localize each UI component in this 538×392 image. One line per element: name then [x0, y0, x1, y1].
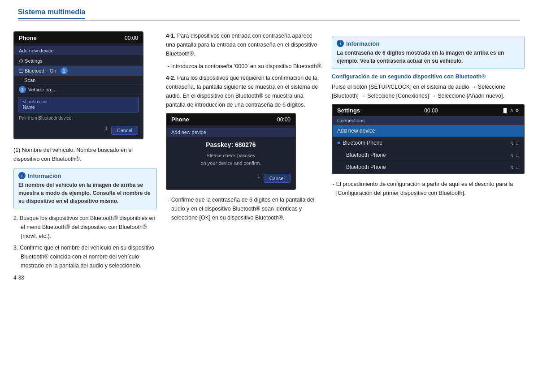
music-note-icon-2: ♫ [510, 152, 513, 158]
signal-icon: ⚙ [515, 108, 519, 113]
phone-screen-1-subheader: Add new device [14, 46, 143, 55]
bt-phone-2-icons: ♫ □ [510, 152, 519, 158]
scan-label: Scan [19, 78, 35, 83]
phone-screen-1-time: 00:00 [125, 35, 138, 41]
passkey-code: Passkey: 680276 [167, 141, 295, 148]
pair-text: Pair from Bluetooth device. [14, 114, 143, 123]
bt-phone-3-row: Bluetooth Phone [337, 164, 386, 170]
passkey-btn-row: 1 Cancel [167, 171, 295, 186]
bullet-icon-1: ■ [337, 140, 340, 146]
phone-btn-row-1: 1 Cancel [14, 123, 143, 138]
main-content: Phone 00:00 Add new device ⚙ Settings ☰ … [0, 23, 538, 285]
music-note-icon-1: ♫ [510, 140, 513, 146]
settings-item-bt-phone-2[interactable]: Bluetooth Phone ♫ □ [333, 149, 524, 161]
info-icon-right: i [337, 40, 344, 47]
vehicle-name-box: Vehicle name: Name [18, 97, 139, 112]
phone-row-bluetooth: ☰ Bluetooth On 1 [14, 66, 143, 76]
step-4-1: 4-1. Para dispositivos con entrada con c… [166, 31, 323, 58]
phone-screen-1: Phone 00:00 Add new device ⚙ Settings ☰ … [13, 31, 143, 139]
dash-right: - El procedimiento de configuración a pa… [332, 180, 525, 198]
info-box-right-text: La contraseña de 6 dígitos mostrada en l… [337, 49, 520, 65]
passkey-body: Add new device Passkey: 680276 Please ch… [167, 125, 295, 189]
passkey-check-text: Please check passkey on your device and … [167, 152, 295, 167]
list-item-3: 3. Confirme que el nombre del vehículo e… [13, 243, 157, 270]
info-box-right-header: i Información [337, 40, 520, 47]
page-number: 4-38 [13, 275, 157, 281]
step-4-1-num: 4-1. [166, 33, 176, 39]
step-4-2-text: Para los dispositivos que requieren la c… [166, 75, 318, 108]
bt-phone-1-row: ■ Bluetooth Phone [337, 140, 382, 146]
bt-phone-3-label: Bluetooth Phone [346, 164, 386, 170]
settings-screen-time: 00:00 [424, 108, 438, 114]
add-new-device-label: Add new device [337, 128, 375, 134]
device-icon-2: □ [516, 152, 519, 158]
info-icon-1: i [18, 172, 26, 179]
phone-screen-1-title: Phone [19, 34, 37, 41]
bt-phone-2-row: Bluetooth Phone [337, 152, 386, 158]
phone-screen-1-header: Phone 00:00 [14, 32, 143, 43]
phone-row-scan: Scan [14, 76, 143, 85]
passkey-screen-header: Phone 00:00 [167, 114, 295, 125]
info-box-1-title: Información [28, 172, 61, 179]
vehicle-name-value: Name [23, 105, 134, 110]
badge-2: 2 [19, 86, 26, 93]
dash-item-2: - Confirme que la contraseña de 6 dígito… [166, 195, 323, 222]
step-4-2: 4-2. Para los dispositivos que requieren… [166, 73, 323, 109]
page-header: Sistema multimedia [0, 0, 538, 21]
mid-column: 4-1. Para dispositivos con entrada con c… [166, 31, 332, 281]
settings-header-icons: ▐▌ ♫ ⚙ [502, 108, 519, 113]
info-box-1-header: i Información [18, 172, 152, 179]
header-divider [18, 20, 520, 21]
info-box-right: i Información La contraseña de 6 dígitos… [332, 36, 525, 69]
settings-body: Connections Add new device ■ Bluetooth P… [333, 116, 524, 173]
bt-phone-1-label: Bluetooth Phone [343, 140, 382, 146]
info-box-1: i Información El nombre del vehículo en … [13, 168, 157, 209]
passkey-screen-title: Phone [171, 116, 189, 123]
badge-1: 1 [61, 67, 68, 74]
device-icon-3: □ [516, 164, 519, 170]
numbered-list: 2. Busque los dispositivos con Bluetooth… [13, 214, 157, 270]
phone-row-vehicle: 2 Vehicle na... [14, 85, 143, 95]
bt-phone-2-label: Bluetooth Phone [346, 152, 386, 158]
settings-label: ⚙ Settings [19, 58, 43, 64]
music-note-icon-3: ♫ [510, 164, 513, 170]
btn-num-label: 1 [105, 126, 108, 135]
step-4-2-num: 4-2. [166, 75, 176, 81]
music-icon: ♫ [510, 108, 514, 113]
bt-phone-1-icons: ♫ □ [510, 140, 519, 146]
cancel-button-2[interactable]: Cancel [264, 174, 291, 183]
bt-phone-3-icons: ♫ □ [510, 164, 519, 170]
info-box-right-title: Información [346, 40, 379, 47]
info-box-1-text: El nombre del vehículo en la imagen de a… [18, 181, 152, 205]
settings-section-label: Connections [333, 116, 524, 125]
left-column: Phone 00:00 Add new device ⚙ Settings ☰ … [13, 31, 166, 281]
page-title: Sistema multimedia [18, 8, 85, 19]
config-title: Configuración de un segundo dispositivo … [332, 73, 525, 80]
settings-item-add-new[interactable]: Add new device [333, 125, 524, 137]
phone-row-settings: ⚙ Settings [14, 57, 143, 66]
passkey-subheader: Add new device [167, 128, 295, 137]
passkey-screen: Phone 00:00 Add new device Passkey: 6802… [166, 113, 296, 190]
settings-screen-header: Settings 00:00 ▐▌ ♫ ⚙ [333, 105, 524, 116]
step-4-1-text: Para dispositivos con entrada con contra… [166, 33, 317, 57]
right-column: i Información La contraseña de 6 dígitos… [332, 31, 525, 281]
phone-screen-1-body: Add new device ⚙ Settings ☰ Bluetooth On… [14, 43, 143, 138]
passkey-screen-time: 00:00 [277, 116, 291, 123]
list-item-2: 2. Busque los dispositivos con Bluetooth… [13, 214, 157, 241]
settings-item-bt-phone-1[interactable]: ■ Bluetooth Phone ♫ □ [333, 137, 524, 149]
battery-icon: ▐▌ [502, 108, 508, 113]
settings-screen: Settings 00:00 ▐▌ ♫ ⚙ Connections Add ne… [332, 104, 525, 174]
note-1: (1) Nombre del vehículo: Nombre buscado … [13, 146, 157, 164]
cancel-button-1[interactable]: Cancel [111, 126, 138, 135]
config-text: Pulse el botón [SETUP/CLOCK] en el siste… [332, 82, 525, 100]
passkey-btn-num: 1 [257, 174, 260, 183]
settings-item-bt-phone-3[interactable]: Bluetooth Phone ♫ □ [333, 161, 524, 173]
vehicle-label: Vehicle na... [28, 87, 55, 92]
bluetooth-label: ☰ Bluetooth On 1 [19, 67, 70, 74]
device-icon-1: □ [516, 140, 519, 146]
settings-screen-title: Settings [337, 107, 360, 114]
dash-item-1: - Introduzca la contraseña '0000' en su … [166, 62, 323, 71]
vehicle-name-title: Vehicle name: [23, 99, 134, 104]
